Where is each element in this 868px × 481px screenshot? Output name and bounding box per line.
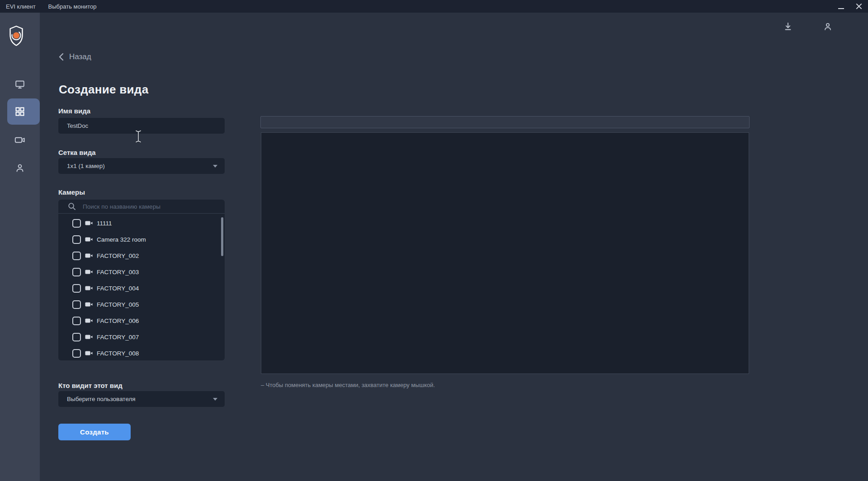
- grid-icon: [14, 106, 25, 117]
- chevron-down-icon: [213, 398, 217, 401]
- view-grid-label: Сетка вида: [58, 149, 96, 156]
- view-grid-value: 1x1 (1 камер): [67, 163, 105, 169]
- camera-checkbox[interactable]: [72, 333, 81, 341]
- camera-list-item[interactable]: FACTORY_006: [58, 313, 225, 329]
- sidebar: [0, 13, 40, 481]
- sidebar-item-monitors[interactable]: [0, 74, 40, 95]
- camera-checkbox[interactable]: [72, 268, 81, 276]
- camera-name: FACTORY_007: [97, 334, 139, 341]
- close-icon: [856, 3, 862, 9]
- create-button[interactable]: Создать: [58, 424, 131, 440]
- videocam-icon: [85, 301, 93, 308]
- camera-name: FACTORY_004: [97, 285, 139, 292]
- menu-app[interactable]: EVI клиент: [0, 3, 42, 10]
- videocam-icon: [85, 252, 93, 259]
- videocam-icon: [14, 135, 26, 145]
- camera-checkbox[interactable]: [72, 235, 81, 244]
- camera-search-row: [58, 200, 225, 214]
- person-icon: [823, 22, 833, 32]
- view-name-label: Имя вида: [58, 107, 90, 115]
- visibility-select[interactable]: Выберите пользователя: [58, 391, 225, 407]
- person-icon: [14, 163, 25, 173]
- view-grid-select[interactable]: 1x1 (1 камер): [58, 158, 225, 174]
- camera-name: FACTORY_006: [97, 318, 139, 324]
- videocam-icon: [85, 220, 93, 226]
- camera-name: FACTORY_008: [97, 350, 139, 357]
- sidebar-item-users[interactable]: [0, 157, 40, 179]
- minimize-icon: [838, 8, 844, 9]
- back-button[interactable]: Назад: [58, 52, 91, 61]
- videocam-icon: [85, 269, 93, 275]
- preview-toolbar: [260, 116, 750, 128]
- camera-search-input[interactable]: [83, 203, 209, 210]
- visibility-value: Выберите пользователя: [67, 396, 136, 402]
- main-content: Назад Создание вида Имя вида Сетка вида …: [40, 13, 868, 481]
- profile-button[interactable]: [823, 22, 833, 33]
- videocam-icon: [85, 285, 93, 291]
- camera-list-item[interactable]: FACTORY_005: [58, 296, 225, 313]
- camera-list-item[interactable]: 11111: [58, 215, 225, 231]
- camera-name: FACTORY_003: [97, 269, 139, 276]
- monitor-icon: [14, 79, 25, 90]
- search-icon: [67, 202, 76, 211]
- camera-name: FACTORY_005: [97, 301, 139, 308]
- preview-hint: – Чтобы поменять камеры местами, захвати…: [261, 382, 435, 388]
- camera-name: 11111: [97, 220, 112, 227]
- camera-name: Camera 322 room: [97, 236, 146, 243]
- window-titlebar: EVI клиент Выбрать монитор: [0, 0, 868, 13]
- camera-list-item[interactable]: Camera 322 room: [58, 231, 225, 248]
- camera-list-item[interactable]: FACTORY_007: [58, 329, 225, 345]
- import-view-button[interactable]: [783, 22, 793, 33]
- camera-list-item[interactable]: FACTORY_008: [58, 345, 225, 360]
- videocam-icon: [85, 350, 93, 356]
- close-button[interactable]: [850, 0, 868, 13]
- camera-checkbox[interactable]: [72, 317, 81, 325]
- minimize-button[interactable]: [832, 0, 850, 13]
- camera-checkbox[interactable]: [72, 349, 81, 358]
- camera-list-item[interactable]: FACTORY_002: [58, 248, 225, 264]
- sidebar-item-cameras[interactable]: [0, 129, 40, 151]
- chevron-left-icon: [58, 53, 64, 61]
- menu-select-monitor[interactable]: Выбрать монитор: [42, 3, 103, 10]
- camera-name: FACTORY_002: [97, 252, 139, 259]
- camera-list-panel: 11111 Camera 322 room: [58, 200, 225, 360]
- camera-checkbox[interactable]: [72, 284, 81, 293]
- page-title: Создание вида: [59, 83, 148, 97]
- camera-checkbox[interactable]: [72, 252, 81, 260]
- camera-list-scrollbar[interactable]: [221, 217, 223, 256]
- chevron-down-icon: [213, 165, 217, 168]
- app-logo-shield-icon: [9, 25, 24, 47]
- back-label: Назад: [69, 52, 91, 61]
- videocam-icon: [85, 334, 93, 340]
- camera-list-item[interactable]: FACTORY_003: [58, 264, 225, 280]
- view-preview-grid[interactable]: [261, 132, 749, 374]
- camera-list: 11111 Camera 322 room: [58, 214, 225, 360]
- sidebar-item-views[interactable]: [0, 101, 40, 122]
- camera-checkbox[interactable]: [72, 219, 81, 228]
- camera-list-item[interactable]: FACTORY_004: [58, 280, 225, 296]
- videocam-icon: [85, 318, 93, 324]
- videocam-icon: [85, 236, 93, 243]
- view-name-input[interactable]: [58, 118, 225, 134]
- camera-checkbox[interactable]: [72, 300, 81, 309]
- visibility-label: Кто видит этот вид: [58, 382, 123, 389]
- download-icon: [783, 22, 793, 32]
- cameras-label: Камеры: [58, 188, 85, 196]
